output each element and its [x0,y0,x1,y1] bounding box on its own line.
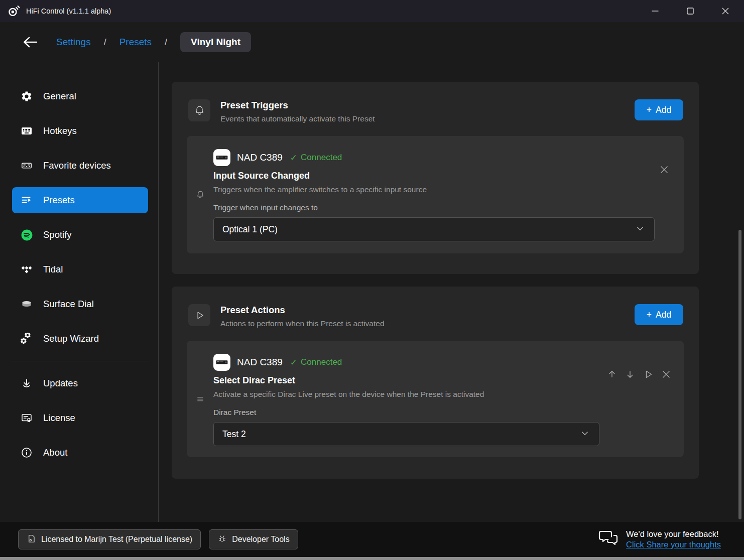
amplifier-icon [20,159,33,172]
card-title: Preset Triggers [220,100,375,111]
sidebar-item-about[interactable]: About [12,440,148,466]
plus-icon: + [647,105,652,115]
card-title: Preset Actions [220,305,385,316]
breadcrumb-separator: / [104,37,106,48]
breadcrumb-settings[interactable]: Settings [56,37,91,48]
card-subtitle: Actions to perform when this Preset is a… [220,319,385,328]
status-badge: ✓ Connected [290,153,342,163]
sidebar: General Hotkeys Favorite devices [0,62,159,522]
minimize-button[interactable] [638,0,673,22]
app-logo-icon [8,5,20,17]
info-icon [20,446,33,459]
sidebar-item-license[interactable]: License [12,405,148,431]
sidebar-item-label: Spotify [43,229,72,240]
certificate-icon [20,411,33,425]
nad-device-icon [213,149,230,166]
license-info-button[interactable]: Licensed to Marijn Test (Perpetual licen… [18,529,201,549]
surface-dial-icon [20,298,33,311]
license-doc-icon [27,534,36,545]
breadcrumb-current-preset: Vinyl Night [180,32,251,52]
preset-list-icon [20,194,33,207]
sidebar-item-general[interactable]: General [12,83,148,109]
sidebar-item-hotkeys[interactable]: Hotkeys [12,118,148,144]
preset-actions-card: Preset Actions Actions to perform when t… [172,287,699,479]
wizard-gears-icon [20,332,33,345]
gear-icon [20,90,33,103]
action-field-label: Dirac Preset [213,408,665,417]
developer-tools-button[interactable]: Developer Tools [209,529,298,549]
sidebar-divider [12,361,148,361]
sidebar-item-favorite-devices[interactable]: Favorite devices [12,153,148,179]
app-window: HiFi Control (v1.1.1 alpha) Settings / P… [0,0,744,560]
nad-device-icon [213,354,230,371]
breadcrumb-separator: / [165,37,167,48]
action-item-card: NAD C389 ✓ Connected Select Dirac Preset… [187,341,684,457]
sidebar-item-label: Updates [43,378,78,389]
titlebar: HiFi Control (v1.1.1 alpha) [0,0,744,22]
add-trigger-button[interactable]: + Add [635,99,683,120]
status-badge: ✓ Connected [290,357,342,368]
drag-handle-icon[interactable] [196,394,205,403]
spotify-icon [20,228,33,241]
chevron-down-icon [579,428,590,441]
sidebar-item-setup-wizard[interactable]: Setup Wizard [12,326,148,352]
device-name: NAD C389 [237,152,283,163]
bell-icon [188,99,210,121]
feedback-text: We'd love your feedback! [626,529,721,539]
sidebar-item-label: Setup Wizard [43,333,99,344]
sidebar-item-spotify[interactable]: Spotify [12,222,148,248]
sidebar-item-tidal[interactable]: Tidal [12,256,148,283]
dropdown-value: Test 2 [222,429,246,440]
back-button[interactable] [22,36,38,49]
sidebar-item-updates[interactable]: Updates [12,370,148,396]
sidebar-item-presets[interactable]: Presets [12,187,148,213]
trigger-title: Input Source Changed [213,171,665,181]
breadcrumb-presets[interactable]: Presets [119,37,152,48]
chat-bubbles-icon [598,529,618,549]
feedback-link[interactable]: Click Share your thoughts [626,540,721,549]
action-description: Activate a specific Dirac Live preset on… [213,390,665,399]
check-icon: ✓ [290,153,297,163]
sidebar-item-label: Surface Dial [43,299,94,310]
chevron-down-icon [635,223,646,236]
action-title: Select Dirac Preset [213,375,665,386]
card-subtitle: Events that automatically activate this … [220,114,375,123]
sidebar-item-label: Hotkeys [43,125,77,136]
bell-icon [196,190,205,199]
sidebar-item-label: License [43,412,75,424]
device-name: NAD C389 [237,357,283,368]
play-icon [188,304,210,326]
trigger-field-label: Trigger when input changes to [213,203,665,212]
dropdown-value: Optical 1 (PC) [222,224,278,235]
sidebar-item-label: About [43,447,67,458]
sidebar-item-label: Presets [43,195,75,206]
close-button[interactable] [708,0,743,22]
feedback-area: We'd love your feedback! Click Share you… [598,529,721,549]
preset-triggers-card: Preset Triggers Events that automaticall… [172,82,699,274]
dirac-preset-dropdown[interactable]: Test 2 [213,422,599,446]
breadcrumb: Settings / Presets / Vinyl Night [0,22,744,62]
check-icon: ✓ [290,357,297,368]
maximize-button[interactable] [673,0,708,22]
sidebar-item-label: Favorite devices [43,160,111,171]
main-content: Preset Triggers Events that automaticall… [159,62,744,522]
scrollbar-thumb[interactable] [738,230,741,519]
footer-bar: Licensed to Marijn Test (Perpetual licen… [0,522,744,557]
download-icon [20,377,33,390]
sidebar-item-label: General [43,91,76,102]
window-title: HiFi Control (v1.1.1 alpha) [26,7,111,15]
sidebar-item-surface-dial[interactable]: Surface Dial [12,291,148,317]
window-bottom-edge [0,557,744,560]
add-action-button[interactable]: + Add [635,304,683,325]
trigger-description: Triggers when the amplifier switches to … [213,185,665,194]
bug-icon [217,534,227,545]
tidal-icon [20,263,33,276]
sidebar-item-label: Tidal [43,264,63,275]
input-source-dropdown[interactable]: Optical 1 (PC) [213,217,655,241]
trigger-item-card: NAD C389 ✓ Connected Input Source Change… [187,136,684,253]
plus-icon: + [647,310,652,320]
keyboard-icon [20,124,33,137]
